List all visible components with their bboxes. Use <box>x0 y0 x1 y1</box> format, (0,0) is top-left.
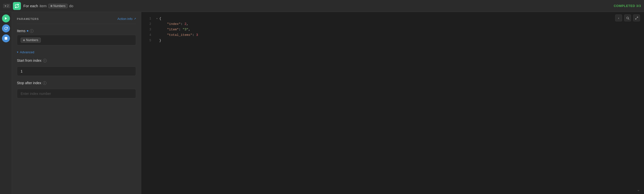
params-header: PARAMETERS Action info ↗ <box>17 17 136 24</box>
colon-4: : <box>192 32 196 38</box>
var-badge-label: Numbers <box>54 4 66 8</box>
code-line-2: 2 "index" : 2 , <box>141 22 644 27</box>
refresh-button[interactable] <box>2 24 10 32</box>
code-line-3: 3 "item" : "3" , <box>141 27 644 32</box>
search-button[interactable] <box>624 15 631 22</box>
stop-after-index-input[interactable] <box>17 89 136 98</box>
start-from-index-input[interactable]: 1 <box>17 67 136 76</box>
action-info-label: Action info <box>117 17 132 21</box>
stop-after-label-row: Stop after index i <box>17 81 136 85</box>
val-item: "3" <box>182 27 188 32</box>
code-line-5: 5 } <box>141 38 644 43</box>
start-from-label: Start from index <box>17 59 42 63</box>
code-toolbar: ‹ <box>615 15 640 22</box>
stop-button[interactable] <box>2 34 10 42</box>
line-num-5: 5 <box>145 38 151 43</box>
params-title: PARAMETERS <box>17 18 39 21</box>
line-num-2: 2 <box>145 22 151 27</box>
stop-after-index-section: Stop after index i <box>17 81 136 98</box>
items-label: Items <box>17 29 25 33</box>
status-badge: COMPLETED 3/3 <box>614 4 641 8</box>
main-layout: PARAMETERS Action info ↗ Items i Numbers <box>0 12 644 194</box>
val-index: 2 <box>184 22 186 27</box>
colon-2: : <box>180 22 184 27</box>
start-from-label-row: Start from index i <box>17 59 136 63</box>
items-label-row: Items i <box>17 29 136 33</box>
line-num-1: 1 <box>145 16 151 21</box>
bottom-expand-icon[interactable]: ⌄ <box>637 187 640 192</box>
items-var-field[interactable]: Numbers <box>17 35 136 45</box>
for-each-label: For each <box>23 4 38 8</box>
items-info-icon[interactable]: i <box>30 29 34 33</box>
start-from-info-icon[interactable]: i <box>43 59 47 63</box>
numbers-tag-label: Numbers <box>26 38 38 42</box>
fold-5 <box>156 38 158 43</box>
advanced-toggle[interactable]: ▾ Advanced <box>17 50 136 54</box>
comma-3: , <box>188 27 190 32</box>
brace-open: { <box>160 16 161 22</box>
tag-dot <box>23 39 25 41</box>
code-line-4: 4 "total_items" : 3 <box>141 32 644 38</box>
stop-after-label: Stop after index <box>17 81 41 85</box>
fold-3 <box>156 27 158 32</box>
fold-2 <box>156 22 158 27</box>
do-label: do <box>69 4 73 8</box>
code-panel: ‹ 1 ▾ { 2 <box>141 12 644 194</box>
fold-1[interactable]: ▾ <box>156 17 158 21</box>
sidebar-icons <box>0 12 12 194</box>
fold-4 <box>156 33 158 38</box>
line-num-3: 3 <box>145 27 151 32</box>
topbar-title: For each item Numbers do <box>23 4 73 8</box>
action-info-link[interactable]: Action info ↗ <box>117 17 136 21</box>
svg-marker-0 <box>5 17 7 20</box>
svg-rect-1 <box>4 37 7 40</box>
external-link-icon: ↗ <box>134 17 136 21</box>
step-number: ▾ 2 <box>5 4 9 8</box>
key-item: "item" <box>160 27 179 32</box>
svg-line-3 <box>628 19 629 19</box>
play-button[interactable] <box>2 15 10 23</box>
key-total-items: "total_items" <box>160 32 192 38</box>
advanced-label: Advanced <box>20 50 34 54</box>
topbar: ▾ 2 For each item Numbers do COMPLETED 3… <box>0 0 644 12</box>
numbers-tag[interactable]: Numbers <box>21 38 41 43</box>
step-icon <box>13 2 21 10</box>
numbers-var-badge[interactable]: Numbers <box>48 4 68 8</box>
step-badge: ▾ 2 <box>3 4 10 8</box>
item-label: item <box>40 4 46 8</box>
stop-after-info-icon[interactable]: i <box>43 81 46 85</box>
start-from-index-section: Start from index i 1 <box>17 59 136 76</box>
code-content: 1 ▾ { 2 "index" : 2 , 3 "item" : "3" <box>141 16 644 43</box>
line-num-4: 4 <box>145 33 151 38</box>
chevron-down-icon: ▾ <box>17 51 18 54</box>
fullscreen-button[interactable] <box>633 15 640 22</box>
colon-3: : <box>179 27 183 32</box>
brace-close: } <box>160 38 161 43</box>
key-index: "index" <box>160 22 181 27</box>
comma-2: , <box>186 22 188 27</box>
items-section: Items i Numbers <box>17 29 136 45</box>
params-panel: PARAMETERS Action info ↗ Items i Numbers <box>12 12 141 194</box>
code-line-1: 1 ▾ { <box>141 16 644 22</box>
val-total-items: 3 <box>196 32 198 38</box>
collapse-button[interactable]: ‹ <box>615 15 622 22</box>
topbar-left: ▾ 2 For each item Numbers do <box>3 2 73 10</box>
required-indicator <box>27 30 28 32</box>
